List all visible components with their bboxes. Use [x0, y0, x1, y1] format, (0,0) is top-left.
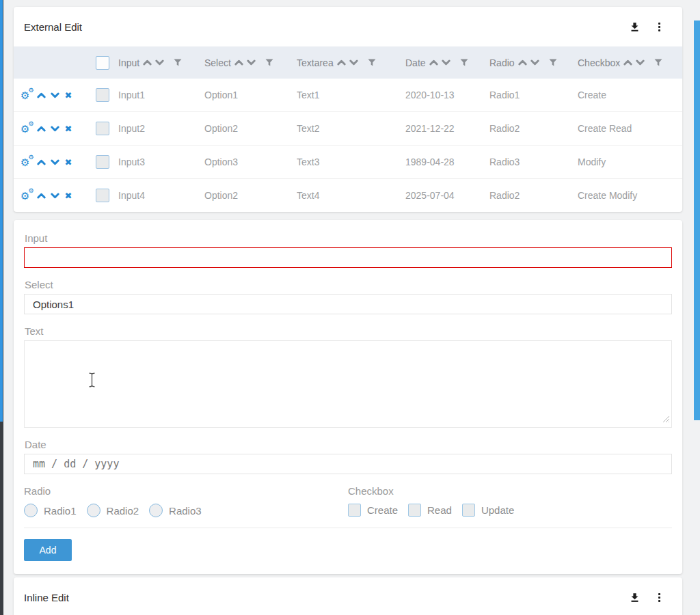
table-body: ⚙⚙✖Input1Option1Text12020-10-13Radio1Cre… — [14, 79, 682, 212]
ibeam-cursor-icon — [88, 372, 96, 390]
cell-textarea: Text2 — [297, 123, 405, 134]
select-all-checkbox[interactable] — [96, 56, 109, 70]
sort-desc-icon[interactable] — [51, 92, 59, 98]
sort-asc-icon[interactable] — [623, 59, 632, 66]
add-button[interactable]: Add — [24, 539, 72, 561]
download-icon[interactable] — [629, 592, 641, 603]
row-checkbox[interactable] — [96, 155, 109, 169]
row-checkbox[interactable] — [96, 122, 109, 135]
row-select-cell — [82, 122, 118, 135]
filter-icon[interactable] — [549, 59, 557, 66]
settings-gears-icon[interactable]: ⚙⚙ — [21, 191, 29, 201]
delete-icon[interactable]: ✖ — [64, 124, 72, 133]
move-up-icon[interactable] — [37, 126, 46, 132]
settings-gears-icon[interactable]: ⚙⚙ — [21, 90, 29, 100]
filter-button[interactable] — [174, 59, 182, 66]
row-actions: ⚙⚙✖ — [14, 157, 82, 167]
checkbox[interactable] — [408, 504, 421, 517]
date-field[interactable] — [24, 454, 672, 474]
kebab-menu-icon[interactable] — [658, 593, 660, 602]
move-down-icon[interactable] — [51, 92, 59, 98]
header-checkbox-cell — [82, 56, 118, 70]
checkbox-option-label: Update — [481, 504, 514, 516]
move-down-icon[interactable] — [51, 126, 59, 132]
sort-desc-icon[interactable] — [349, 59, 358, 66]
text-textarea[interactable] — [24, 340, 672, 428]
sort-asc-icon[interactable] — [143, 59, 152, 66]
card-title: Inline Edit — [24, 592, 69, 603]
column-label: Input — [118, 57, 139, 68]
kebab-menu-icon[interactable] — [658, 23, 660, 31]
sort-asc-icon[interactable] — [37, 126, 46, 132]
sort-asc-icon[interactable] — [37, 193, 46, 199]
filter-icon[interactable] — [654, 59, 662, 66]
radio-button[interactable] — [149, 504, 163, 517]
radio-button[interactable] — [24, 504, 38, 517]
checkbox-option-update: Update — [462, 504, 514, 517]
filter-icon[interactable] — [460, 59, 468, 66]
sort-desc-icon[interactable] — [530, 59, 539, 66]
filter-icon[interactable] — [368, 59, 376, 66]
date-label: Date — [25, 439, 672, 450]
sort-asc-icon[interactable] — [429, 59, 438, 66]
sort-asc-icon[interactable] — [518, 59, 527, 66]
input-field[interactable] — [24, 247, 672, 268]
text-label: Text — [25, 325, 672, 337]
cell-input: Input2 — [118, 123, 204, 134]
cell-date: 2020-10-13 — [405, 90, 489, 100]
radio-option-label: Radio1 — [44, 505, 77, 517]
sort-desc-icon[interactable] — [155, 59, 164, 66]
select-label: Select — [25, 279, 672, 290]
move-up-icon[interactable] — [37, 159, 46, 165]
resize-grip-icon[interactable] — [662, 413, 670, 426]
filter-icon[interactable] — [174, 59, 182, 66]
filter-icon[interactable] — [265, 59, 273, 66]
column-label: Date — [405, 57, 426, 68]
sort-desc-icon[interactable] — [51, 126, 59, 132]
settings-gears-icon[interactable]: ⚙⚙ — [21, 124, 29, 134]
row-checkbox[interactable] — [96, 189, 109, 202]
sort-asc-icon[interactable] — [234, 59, 243, 66]
download-icon-glyph — [629, 21, 641, 33]
delete-icon[interactable]: ✖ — [64, 91, 72, 100]
filter-button[interactable] — [654, 59, 662, 66]
checkbox-option-label: Read — [427, 504, 452, 516]
filter-button[interactable] — [460, 59, 468, 66]
sort-desc-icon[interactable] — [51, 159, 59, 165]
left-scrollbar-thumb[interactable] — [0, 0, 3, 422]
delete-icon[interactable]: ✖ — [64, 191, 72, 200]
download-icon[interactable] — [629, 21, 641, 33]
column-header-select: Select — [204, 57, 297, 68]
sort-desc-icon[interactable] — [51, 193, 59, 199]
filter-button[interactable] — [368, 59, 376, 66]
checkbox[interactable] — [348, 504, 361, 517]
settings-gears-icon[interactable]: ⚙⚙ — [21, 157, 29, 167]
sort-asc-icon[interactable] — [337, 59, 346, 66]
checkbox[interactable] — [462, 504, 475, 517]
sort-asc-icon[interactable] — [37, 159, 46, 165]
radio-button[interactable] — [87, 504, 100, 517]
cell-date: 1989-04-28 — [405, 156, 489, 167]
column-label: Select — [204, 57, 231, 68]
card-title: External Edit — [24, 21, 82, 33]
column-header-textarea: Textarea — [297, 57, 405, 68]
move-down-icon[interactable] — [51, 159, 59, 165]
move-up-icon[interactable] — [37, 193, 46, 199]
select-value: Options1 — [33, 299, 74, 310]
sort-desc-icon[interactable] — [442, 59, 450, 66]
left-scrollbar-track[interactable] — [0, 0, 3, 615]
inline-edit-header: Inline Edit — [14, 577, 682, 615]
sort-desc-icon[interactable] — [247, 59, 256, 66]
row-checkbox[interactable] — [96, 88, 109, 102]
select-field[interactable]: Options1 — [24, 294, 672, 314]
right-scrollbar-track[interactable] — [693, 0, 700, 615]
sort-desc-icon[interactable] — [636, 59, 645, 66]
filter-button[interactable] — [549, 59, 557, 66]
move-up-icon[interactable] — [37, 92, 46, 98]
move-down-icon[interactable] — [51, 193, 59, 199]
sort-asc-icon[interactable] — [37, 92, 46, 98]
filter-button[interactable] — [265, 59, 273, 66]
right-scrollbar-thumb[interactable] — [694, 20, 700, 420]
delete-icon[interactable]: ✖ — [64, 158, 72, 167]
input-label: Input — [25, 232, 672, 244]
